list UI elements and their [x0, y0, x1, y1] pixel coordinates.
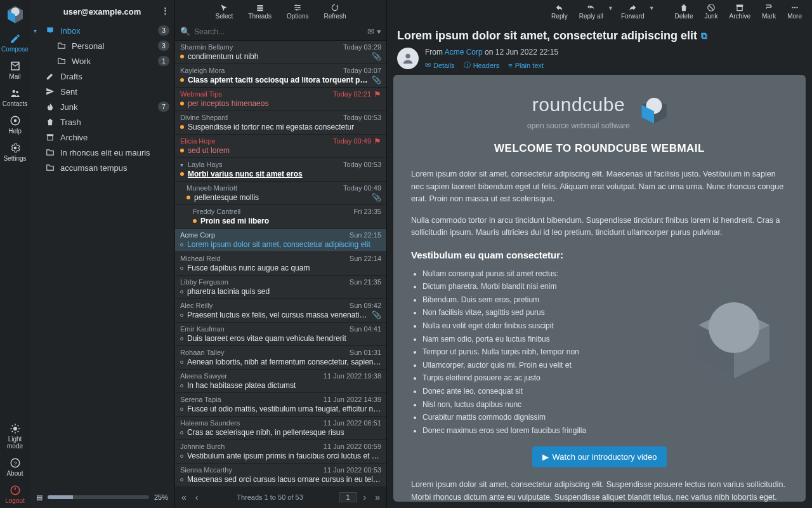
search-scope-icon[interactable]: ✉ ▾	[367, 27, 381, 36]
mark-button[interactable]: Mark	[758, 3, 780, 20]
caret-icon[interactable]: ▾	[34, 27, 40, 34]
first-page-button[interactable]: «	[179, 491, 189, 504]
message-header: Lorem ipsum dolor sit amet, consectetur …	[387, 23, 812, 75]
thread-item[interactable]: Muneeb MarriottToday 00:49pellentesque m…	[175, 182, 386, 205]
thread-item[interactable]: Elicia HopeToday 00:49⚑sed ut lorem	[175, 135, 386, 158]
svg-line-16	[17, 425, 18, 427]
folder-in-rhoncus-elit-eu-mauris[interactable]: In rhoncus elit eu mauris	[30, 145, 174, 160]
unread-dot	[180, 408, 183, 411]
user-menu-button[interactable]: ⋮	[161, 6, 169, 15]
last-page-button[interactable]: »	[372, 491, 383, 504]
thread-item[interactable]: Micheal ReidSun 22:14Fusce dapibus nunc …	[175, 252, 386, 276]
thread-item[interactable]: Acme CorpSun 22:15Lorem ipsum dolor sit …	[175, 229, 386, 252]
folder-archive[interactable]: Archive	[30, 130, 174, 145]
thread-subject: Vestibulum ante ipsum primis in faucibus…	[187, 451, 381, 460]
thread-item[interactable]: Sienna Mccarthy11 Jun 2022 00:53Maecenas…	[175, 464, 386, 486]
message-list: Sharmin BellamyToday 03:29condimentum ut…	[175, 41, 386, 486]
folder-icon	[45, 148, 55, 157]
help-nav[interactable]: Help	[0, 111, 30, 138]
svg-line-30	[709, 6, 714, 10]
logout-button[interactable]: Logout	[0, 481, 30, 508]
folder-trash[interactable]: Trash	[30, 114, 174, 130]
thread-from: Kayleigh Mora	[180, 67, 343, 74]
contacts-nav[interactable]: Contacts	[0, 84, 30, 111]
headers-chip[interactable]: ⓘ Headers	[464, 60, 500, 70]
replyall-caret[interactable]: ▼	[608, 5, 613, 11]
bullet-item: Curabitur mattis commodo dignissim	[422, 411, 662, 424]
delete-button[interactable]: Delete	[671, 3, 697, 20]
preview-column: Reply Reply all▼ Forward▼ Delete Junk Ar…	[387, 0, 812, 508]
thread-item[interactable]: Rohaan TalleySun 01:31Aenean lobortis, n…	[175, 346, 386, 370]
thread-item[interactable]: Johnnie Burch11 Jun 2022 00:59Vestibulum…	[175, 440, 386, 464]
thread-item[interactable]: Freddy CantrellFri 23:35Proin sed mi lib…	[175, 205, 386, 229]
thread-item[interactable]: Emir KaufmanSun 04:41Duis laoreet eros v…	[175, 323, 386, 346]
replyall-button[interactable]: Reply all	[575, 3, 607, 20]
thread-item[interactable]: Divine ShepardToday 00:53Suspendisse id …	[175, 111, 386, 135]
svg-point-26	[296, 4, 297, 6]
options-button[interactable]: Options	[287, 3, 308, 20]
settings-nav[interactable]: Settings	[0, 138, 30, 166]
thread-from: Freddy Cantrell	[193, 208, 354, 215]
more-button[interactable]: More	[783, 3, 806, 20]
thread-from: Elicia Hope	[180, 137, 333, 145]
junk-button[interactable]: Junk	[700, 3, 721, 20]
thread-item[interactable]: Webmail TipsToday 02:21⚑per inceptos him…	[175, 88, 386, 111]
folder-sent[interactable]: Sent	[30, 84, 174, 99]
flag-icon[interactable]: ⚑	[374, 90, 381, 99]
prev-page-button[interactable]: ‹	[193, 491, 201, 504]
watch-video-button[interactable]: ▶ Watch our introductory video	[532, 446, 667, 467]
thread-date: 11 Jun 2022 14:39	[324, 396, 381, 403]
thread-item[interactable]: Alec ReillySun 09:42Praesent luctus ex f…	[175, 299, 386, 323]
thread-from: Aleena Sawyer	[180, 372, 324, 380]
forward-caret[interactable]: ▼	[649, 5, 655, 11]
next-page-button[interactable]: ›	[361, 491, 369, 504]
details-chip[interactable]: ✉ Details	[425, 60, 455, 70]
select-button[interactable]: Select	[216, 3, 233, 20]
thread-item[interactable]: Kayleigh MoraToday 03:07Class aptent tac…	[175, 64, 386, 88]
bullet-item: Nam sem odio, porta eu luctus finibus	[422, 333, 662, 345]
folder-junk[interactable]: Junk7	[30, 99, 174, 114]
folder-icon	[56, 57, 67, 65]
folder-personal[interactable]: Personal3	[30, 38, 174, 53]
thread-from: Libby Ferguson	[180, 278, 350, 286]
thread-item[interactable]: Sharmin BellamyToday 03:29condimentum ut…	[175, 41, 386, 64]
thread-item[interactable]: Haleema Saunders11 Jun 2022 06:51Cras ac…	[175, 417, 386, 440]
unread-dot	[193, 219, 197, 223]
page-input[interactable]	[339, 492, 357, 502]
svg-text:?: ?	[13, 460, 16, 467]
archive-button[interactable]: Archive	[726, 3, 754, 20]
refresh-button[interactable]: Refresh	[324, 3, 346, 20]
plaintext-chip[interactable]: ≡ Plain text	[508, 60, 544, 70]
forward-button[interactable]: Forward	[617, 3, 648, 20]
thread-item[interactable]: ▾Layla HaysToday 00:53Morbi varius nunc …	[175, 158, 386, 182]
thread-date: Fri 23:35	[354, 208, 381, 215]
task-menu: Compose Mail Contacts Help Settings Ligh…	[0, 0, 30, 508]
fire-icon	[45, 102, 55, 111]
thread-subject: Duis laoreet eros vitae quam vehicula he…	[187, 334, 381, 343]
threads-button[interactable]: Threads	[248, 3, 272, 20]
folder-accumsan-tempus[interactable]: accumsan tempus	[30, 160, 174, 175]
sender-link[interactable]: Acme Corp	[445, 48, 483, 57]
reply-button[interactable]: Reply	[547, 3, 572, 20]
disk-icon: ▤	[36, 493, 43, 502]
folder-list: ▾Inbox3Personal3Work1DraftsSentJunk7Tras…	[30, 23, 174, 486]
folder-drafts[interactable]: Drafts	[30, 69, 174, 84]
thread-caret[interactable]: ▾	[180, 161, 187, 168]
thread-date: 11 Jun 2022 06:51	[324, 419, 381, 427]
search-input[interactable]	[194, 27, 363, 36]
folder-inbox[interactable]: ▾Inbox3	[30, 23, 174, 38]
lightmode-button[interactable]: Light mode	[0, 419, 30, 453]
thread-item[interactable]: Libby FergusonSun 21:35pharetra lacinia …	[175, 276, 386, 299]
open-external-icon[interactable]: ⧉	[701, 30, 707, 41]
thread-subject: sed ut lorem	[188, 146, 381, 155]
folder-work[interactable]: Work1	[30, 53, 174, 69]
thread-date: Sun 09:42	[350, 302, 381, 309]
mail-nav[interactable]: Mail	[0, 57, 30, 84]
thread-item[interactable]: Serena Tapia11 Jun 2022 14:39Fusce ut od…	[175, 393, 386, 417]
flag-icon[interactable]: ⚑	[374, 137, 381, 146]
thread-item[interactable]: Aleena Sawyer11 Jun 2022 19:38In hac hab…	[175, 370, 386, 393]
compose-button[interactable]: Compose	[0, 29, 30, 57]
thread-date: Today 03:29	[343, 43, 381, 51]
thread-date: Sun 04:41	[350, 325, 381, 333]
about-button[interactable]: ?About	[0, 453, 30, 481]
